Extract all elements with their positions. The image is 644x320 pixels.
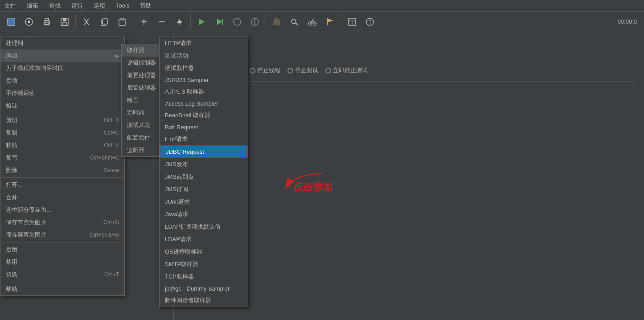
shortcut-save-node: Ctrl+G xyxy=(103,219,119,226)
menu-item-launch[interactable]: 启动 xyxy=(0,74,124,87)
toolbar-open[interactable] xyxy=(21,13,37,30)
menu-item-open[interactable]: 打开... xyxy=(0,179,124,191)
menu-item-ldap-ext[interactable]: LDAP扩展请求默认值 xyxy=(160,221,248,233)
field-row-2: (秒)： xyxy=(183,102,635,111)
radio-stop-thread[interactable]: 停止线程 xyxy=(250,66,280,74)
shortcut-cut: Ctrl+X xyxy=(104,117,119,123)
toolbar-stop[interactable] xyxy=(246,13,263,30)
menu-label-smtp: SMTP取样器 xyxy=(165,260,198,268)
menu-label-os-proc: OS进程取样器 xyxy=(165,248,202,256)
shortcut-duplicate: Ctrl+Shift+C xyxy=(90,155,119,161)
toolbar-bike[interactable] xyxy=(304,13,321,30)
menu-tools[interactable]: Tools xyxy=(114,1,131,10)
menu-item-launch-no-pause[interactable]: 不停顿启动 xyxy=(0,87,124,99)
menu-item-os-proc[interactable]: OS进程取样器 xyxy=(160,246,248,258)
action-section: 执行的动作 启动下一进程循环 停止线程 停止测试 立即停止测试 xyxy=(183,59,635,82)
menu-label-jms-sub: JMS订阅 xyxy=(165,185,188,193)
svg-marker-36 xyxy=(328,19,333,22)
menu-item-access-log[interactable]: Access Log Sampler xyxy=(160,98,248,109)
menu-item-validate[interactable]: 验证 xyxy=(0,99,124,112)
toolbar-play[interactable] xyxy=(193,13,210,30)
menu-item-java[interactable]: Java请求 xyxy=(160,208,248,221)
menu-item-ldap[interactable]: LDAP请求 xyxy=(160,233,248,246)
toolbar-sep-3 xyxy=(190,15,191,29)
field-row-3: 永远 xyxy=(183,114,635,124)
submenu-arrow-add: ▶ xyxy=(115,53,119,59)
menu-edit[interactable]: 编辑 xyxy=(25,1,40,11)
menu-item-jdbc-request[interactable]: JDBC Request xyxy=(160,145,248,158)
radio-circle-stop-now xyxy=(325,68,331,74)
menu-item-bolt[interactable]: Bolt Request xyxy=(160,122,248,133)
toolbar-pause[interactable] xyxy=(229,13,246,30)
menu-label-test-fragment: 测试片段 xyxy=(127,121,150,129)
menu-item-debug-sampler[interactable]: 调试取样器 xyxy=(160,62,248,74)
menu-item-junit[interactable]: JUnit请求 xyxy=(160,196,248,208)
menu-item-beanshell[interactable]: BeanShell 取样器 xyxy=(160,109,248,122)
menu-label-junit: JUnit请求 xyxy=(165,198,190,206)
menu-item-paste[interactable]: 粘贴 Ctrl+V xyxy=(0,139,124,152)
menu-file[interactable]: 文件 xyxy=(3,1,18,11)
menu-item-add-response-time[interactable]: 为子线程添加响应时间 xyxy=(0,62,124,74)
menu-item-smtp[interactable]: SMTP取样器 xyxy=(160,258,248,271)
menu-item-jms-pub[interactable]: JMS发布 xyxy=(160,158,248,171)
menu-item-help[interactable]: 帮助 xyxy=(0,283,124,295)
menu-item-toggle[interactable]: 切换 Ctrl+T xyxy=(0,268,124,281)
menu-item-jms-sub[interactable]: JMS订阅 xyxy=(160,183,248,196)
menu-options[interactable]: 选项 xyxy=(92,1,107,11)
svg-rect-13 xyxy=(103,19,107,24)
menu-help[interactable]: 帮助 xyxy=(138,1,153,11)
menu-item-add[interactable]: 添加 ▶ xyxy=(0,49,124,62)
menu-item-jms-p2p[interactable]: JMS点到点 xyxy=(160,171,248,183)
svg-point-3 xyxy=(28,21,30,23)
toolbar-play-no-pause[interactable] xyxy=(211,13,228,30)
menu-item-tcp[interactable]: TCP取样器 xyxy=(160,271,248,283)
menu-label-beanshell: BeanShell 取样器 xyxy=(165,111,210,119)
menu-label-enable: 启用 xyxy=(6,246,17,254)
menu-item-save-node-img[interactable]: 保存节点为图片 Ctrl+G xyxy=(0,216,124,229)
toolbar-question[interactable]: ? xyxy=(361,13,378,30)
toolbar-new[interactable] xyxy=(3,13,20,30)
shortcut-delete: Delete xyxy=(103,167,119,173)
menu-item-enable[interactable]: 启用 xyxy=(0,243,124,256)
menu-label-add: 添加 xyxy=(6,52,17,60)
toolbar-flash[interactable] xyxy=(171,13,188,30)
toolbar-table[interactable] xyxy=(344,13,361,30)
toolbar-save[interactable] xyxy=(56,13,73,30)
toolbar-expand[interactable] xyxy=(135,13,152,30)
menu-item-cut[interactable]: 剪切 Ctrl+X xyxy=(0,114,124,127)
menu-item-merge[interactable]: 合并 xyxy=(0,191,124,204)
menu-item-http[interactable]: HTTP请求 xyxy=(160,37,248,49)
toolbar-key[interactable] xyxy=(286,13,303,30)
toolbar-paste[interactable] xyxy=(114,13,131,30)
radio-stop-test[interactable]: 停止测试 xyxy=(287,66,318,74)
menu-item-disable[interactable]: 禁用 xyxy=(0,256,124,268)
menu-label-launch-no-pause: 不停顿启动 xyxy=(6,89,35,97)
toolbar-print[interactable] xyxy=(38,13,55,30)
menu-item-copy[interactable]: 复制 Ctrl+C xyxy=(0,127,124,139)
radio-stop-now[interactable]: 立即停止测试 xyxy=(325,66,368,74)
annotation-container: 点击添加 xyxy=(276,169,332,196)
menu-find[interactable]: 查找 xyxy=(47,1,62,11)
field-row-1 xyxy=(183,89,635,99)
menu-item-delete[interactable]: 删除 Delete xyxy=(0,164,124,176)
toolbar-debug[interactable] xyxy=(268,13,285,30)
toolbar-copy[interactable] xyxy=(96,13,113,30)
toolbar-flag[interactable] xyxy=(322,13,339,30)
menu-item-ftp[interactable]: FTP请求 xyxy=(160,133,248,145)
menu-item-process[interactable]: 处理到 xyxy=(0,37,124,49)
menu-item-dummy[interactable]: jp@gc - Dummy Sampler xyxy=(160,283,248,294)
menu-item-mail-reader[interactable]: 邮件阅读者取样器 xyxy=(160,294,248,307)
menu-label-jms-p2p: JMS点到点 xyxy=(165,173,194,181)
toolbar-cut[interactable] xyxy=(78,13,95,30)
menu-run[interactable]: 运行 xyxy=(70,1,85,11)
menu-item-jsr223[interactable]: JSR223 Sampler xyxy=(160,74,248,86)
menu-item-duplicate[interactable]: 复写 Ctrl+Shift+C xyxy=(0,152,124,164)
menu-item-ajp[interactable]: AJP/1.3 取样器 xyxy=(160,86,248,98)
menu-item-save-screen-img[interactable]: 保存屏幕为图片 Ctrl+Shift+G xyxy=(0,229,124,241)
menu-item-save-selected[interactable]: 选中部分保存为... xyxy=(0,204,124,216)
menu-label-ldap: LDAP请求 xyxy=(165,235,192,243)
svg-rect-22 xyxy=(222,19,223,25)
menu-item-test-action[interactable]: 测试活动 xyxy=(160,49,248,62)
toolbar-collapse[interactable] xyxy=(153,13,170,30)
radio-label-stop-thread: 停止线程 xyxy=(257,66,280,74)
